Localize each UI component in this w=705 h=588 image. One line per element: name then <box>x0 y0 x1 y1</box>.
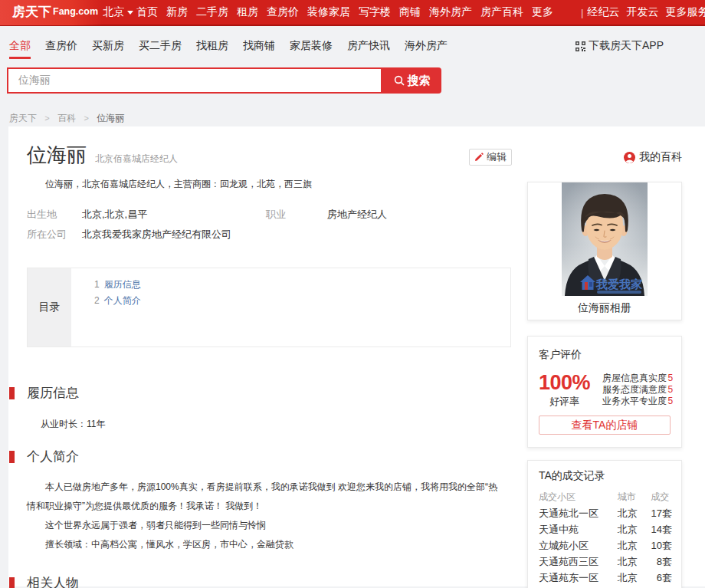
topnav-new-house[interactable]: 新房 <box>166 5 188 19</box>
section-resume: 履历信息 从业时长：11年 <box>27 384 511 431</box>
toc-link-resume[interactable]: 履历信息 <box>104 279 141 290</box>
tab-news[interactable]: 房产快讯 <box>347 39 390 59</box>
svg-text:我爱我家: 我爱我家 <box>595 278 643 291</box>
breadcrumb-home[interactable]: 房天下 <box>9 113 37 123</box>
company-value: 北京我爱我家房地产经纪有限公司 <box>82 228 231 241</box>
edit-button[interactable]: 编辑 <box>469 149 512 166</box>
toc-link-about[interactable]: 个人简介 <box>104 295 141 306</box>
section-about-title: 个人简介 <box>27 448 79 465</box>
fang-logo[interactable]: 房天下 Fang.com <box>0 0 103 25</box>
deals-record-card: TA的成交记录 成交小区 城市 成交 天通苑北一区 北京 17套 天通中苑 北京… <box>527 460 682 588</box>
search-button-label: 搜索 <box>408 74 431 88</box>
tab-find-shop[interactable]: 找商铺 <box>243 39 275 59</box>
person-circle-icon <box>624 152 635 163</box>
top-menu-right: | 经纪云 开发云 更多服务 <box>581 5 705 19</box>
page-subtitle: 北京佰嘉城店经纪人 <box>95 153 178 166</box>
topnav-second-hand[interactable]: 二手房 <box>196 5 228 19</box>
topnav-rent[interactable]: 租房 <box>237 5 258 19</box>
tab-check-price[interactable]: 查房价 <box>45 39 77 59</box>
deal-city: 北京 <box>618 571 651 587</box>
deals-row: 天通中苑 北京 14套 <box>539 523 672 539</box>
deal-city: 北京 <box>618 523 651 539</box>
category-tabs: 全部 查房价 买新房 买二手房 找租房 找商铺 家居装修 房产快讯 海外房产 下… <box>0 39 705 67</box>
company-label: 所在公司 <box>27 228 82 241</box>
tab-home-decor[interactable]: 家居装修 <box>290 39 333 59</box>
topnav-more[interactable]: 更多 <box>532 5 553 19</box>
tab-all[interactable]: 全部 <box>9 39 31 59</box>
view-shop-button[interactable]: 查看TA的店铺 <box>539 416 671 435</box>
search-button[interactable]: 搜索 <box>382 67 441 94</box>
breadcrumb-wiki[interactable]: 百科 <box>57 113 76 123</box>
topnav-decoration[interactable]: 装修家居 <box>307 5 350 19</box>
deal-community: 天通苑北一区 <box>539 507 618 523</box>
rating-title: 客户评价 <box>539 348 671 362</box>
city-selector[interactable]: 北京 <box>103 5 133 19</box>
rating-stat: 服务态度满意度 5 <box>602 384 673 396</box>
tab-overseas[interactable]: 海外房产 <box>405 39 448 59</box>
birthplace-value: 北京,北京,昌平 <box>82 208 147 222</box>
toc-item: 1履历信息 <box>94 277 141 293</box>
top-navigation-bar: 房天下 Fang.com 北京 首页 新房 二手房 租房 查房价 装修家居 写字… <box>0 0 705 26</box>
about-paragraphs: 本人已做房地产多年，房源100%真实，看房提前联系，我的承诺我做到 欢迎您来我的… <box>27 478 511 554</box>
qr-code-icon <box>575 41 585 51</box>
section-heading: 个人简介 <box>9 448 511 465</box>
topnav-price[interactable]: 查房价 <box>267 5 299 19</box>
photo-album-card[interactable]: 我爱我家 位海丽相册 <box>527 182 682 320</box>
stat-value: 5 <box>667 373 673 384</box>
birthplace-label: 出生地 <box>27 208 82 222</box>
topnav-office[interactable]: 写字楼 <box>359 5 391 19</box>
my-wiki-label: 我的百科 <box>639 150 682 164</box>
stat-label: 服务态度满意度 <box>602 384 667 396</box>
info-cell: 职业 房地产经纪人 <box>266 208 387 222</box>
top-menu: 首页 新房 二手房 租房 查房价 装修家居 写字楼 商铺 海外房产 房产百科 更… <box>136 5 562 19</box>
deal-community: 天通苑东一区 <box>539 571 618 587</box>
topnav-developer-cloud[interactable]: 开发云 <box>626 5 658 19</box>
chevron-down-icon <box>127 11 133 15</box>
menu-divider: | <box>581 7 583 18</box>
city-name: 北京 <box>103 5 124 19</box>
occupation-label: 职业 <box>266 208 327 222</box>
table-of-contents: 目录 1履历信息 2个人简介 <box>27 268 511 347</box>
deals-row: 天通苑东一区 北京 6套 <box>539 571 672 587</box>
topnav-overseas[interactable]: 海外房产 <box>429 5 472 19</box>
breadcrumb: 房天下 > 百科 > 位海丽 <box>0 112 705 125</box>
customer-rating-card: 客户评价 100% 好评率 房屋信息真实度 5 服务态度满意度 5 <box>527 336 682 448</box>
deal-count: 8套 <box>651 555 672 571</box>
my-wiki-link[interactable]: 我的百科 <box>527 151 682 163</box>
topnav-more-services[interactable]: 更多服务 <box>665 5 705 19</box>
tab-buy-new[interactable]: 买新房 <box>92 39 124 59</box>
download-app-link[interactable]: 下载房天下APP <box>575 39 664 53</box>
deals-title: TA的成交记录 <box>539 469 672 483</box>
topnav-wiki[interactable]: 房产百科 <box>480 5 523 19</box>
topnav-shop[interactable]: 商铺 <box>399 5 421 19</box>
deal-community: 立城苑小区 <box>539 539 618 555</box>
section-about: 个人简介 本人已做房地产多年，房源100%真实，看房提前联系，我的承诺我做到 欢… <box>27 448 511 554</box>
album-caption[interactable]: 位海丽相册 <box>528 297 681 320</box>
deal-count: 17套 <box>651 507 672 523</box>
topnav-home[interactable]: 首页 <box>136 5 158 19</box>
toc-item: 2个人简介 <box>94 293 141 309</box>
title-row: 位海丽 北京佰嘉城店经纪人 编辑 <box>27 142 511 168</box>
stat-label: 房屋信息真实度 <box>602 373 667 384</box>
deal-count: 6套 <box>651 571 672 587</box>
tab-buy-second[interactable]: 买二手房 <box>139 39 182 59</box>
section-resume-title: 履历信息 <box>27 384 79 402</box>
tab-find-rent[interactable]: 找租房 <box>196 39 228 59</box>
about-paragraph: 这个世界永远属于强者，弱者只能得到一些同情与怜悯 <box>27 516 502 535</box>
toc-item-number: 1 <box>94 279 100 290</box>
deals-header-count: 成交 <box>651 491 672 507</box>
about-paragraph: 擅长领域：中高档公寓，懂风水，学区房，市中心，金融贷款 <box>27 535 502 554</box>
rating-percent: 100% <box>539 372 590 393</box>
resume-content: 从业时长：11年 <box>41 418 511 431</box>
agent-photo: 我爱我家 <box>528 182 681 297</box>
toc-title: 目录 <box>28 268 71 347</box>
info-cell: 出生地 北京,北京,昌平 <box>27 208 266 222</box>
toc-list: 1履历信息 2个人简介 <box>71 268 141 347</box>
breadcrumb-separator: > <box>44 113 49 123</box>
search-input[interactable] <box>7 67 382 94</box>
topnav-agent-cloud[interactable]: 经纪云 <box>587 5 619 19</box>
deal-city: 北京 <box>618 555 651 571</box>
deals-row: 天通苑北一区 北京 17套 <box>539 507 672 523</box>
deals-header-community: 成交小区 <box>539 491 618 507</box>
download-app-label: 下载房天下APP <box>589 39 664 53</box>
